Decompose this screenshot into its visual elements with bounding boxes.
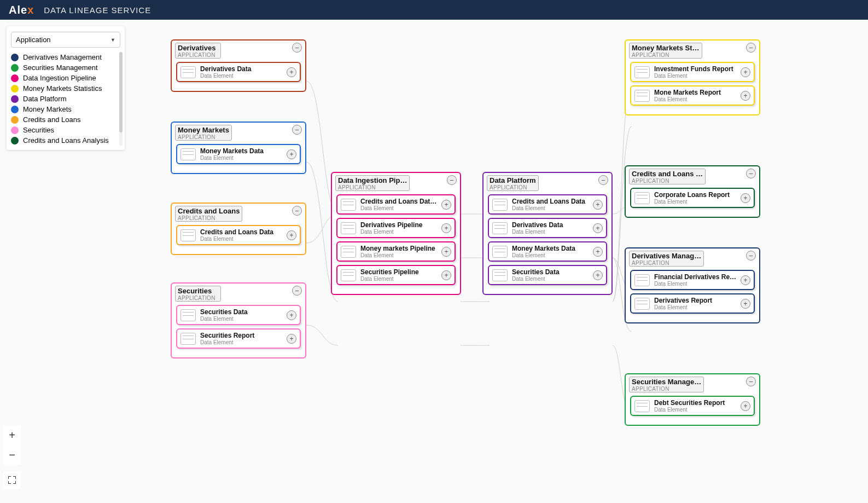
data-element-icon — [341, 222, 356, 234]
legend-item[interactable]: Credits and Loans — [11, 114, 120, 125]
data-element[interactable]: Derivatives DataData Element+ — [176, 62, 301, 82]
expand-button[interactable]: + — [287, 67, 296, 77]
expand-button[interactable]: + — [593, 200, 603, 210]
application-box[interactable]: SecuritiesAPPLICATION−Securities DataDat… — [171, 282, 306, 359]
application-box[interactable]: Data PlatformAPPLICATION−Credits and Loa… — [482, 172, 613, 295]
data-element-subtitle: Data Element — [654, 407, 738, 413]
lineage-canvas[interactable]: DerivativesAPPLICATION−Derivatives DataD… — [0, 20, 868, 503]
collapse-button[interactable]: − — [292, 286, 302, 296]
collapse-button[interactable]: − — [746, 251, 756, 261]
data-element-title: Credits and Loans Data — [200, 228, 284, 236]
data-element[interactable]: Securities DataData Element+ — [176, 305, 301, 325]
application-box[interactable]: Money MarketsAPPLICATION−Money Markets D… — [171, 122, 306, 174]
data-element[interactable]: Securities PipelineData Element+ — [336, 265, 456, 285]
collapse-button[interactable]: − — [746, 43, 756, 53]
application-box[interactable]: Credits and LoansAPPLICATION−Credits and… — [171, 203, 306, 255]
application-title-badge: Derivatives Manag…APPLICATION — [629, 251, 704, 267]
data-element-text: Securities DataData Element — [512, 268, 591, 282]
expand-button[interactable]: + — [287, 334, 296, 344]
collapse-button[interactable]: − — [746, 169, 756, 178]
collapse-button[interactable]: − — [598, 175, 608, 185]
expand-button[interactable]: + — [741, 401, 750, 411]
expand-button[interactable]: + — [741, 275, 750, 285]
data-element[interactable]: Mone Markets ReportData Element+ — [630, 85, 755, 106]
data-element[interactable]: Derivatives ReportData Element+ — [630, 293, 755, 314]
zoom-out-button[interactable]: − — [3, 445, 21, 465]
legend-item[interactable]: Data Ingestion Pipeline — [11, 73, 120, 83]
legend-select[interactable]: Application ▼ — [11, 32, 120, 48]
application-title: Data Ingestion Pip… — [338, 176, 407, 184]
collapse-button[interactable]: − — [292, 206, 302, 216]
zoom-in-button[interactable]: + — [3, 425, 21, 445]
application-title-badge: Data Ingestion Pip…APPLICATION — [335, 175, 410, 191]
application-header: SecuritiesAPPLICATION− — [175, 286, 302, 302]
chevron-down-icon: ▼ — [110, 37, 115, 43]
expand-button[interactable]: + — [441, 270, 451, 280]
collapse-button[interactable]: − — [292, 125, 302, 135]
data-element[interactable]: Corporate Loans ReportData Element+ — [630, 188, 755, 208]
legend-item[interactable]: Data Platform — [11, 94, 120, 104]
application-box[interactable]: Money Markets St…APPLICATION−Investment … — [625, 39, 760, 115]
collapse-button[interactable]: − — [746, 377, 756, 386]
data-element-text: Securities DataData Element — [200, 308, 284, 322]
expand-button[interactable]: + — [441, 200, 451, 210]
application-title: Money Markets — [178, 126, 229, 134]
data-element-icon — [341, 246, 356, 258]
data-element-text: Financial Derivatives ReportData Element — [654, 273, 738, 287]
application-title-badge: DerivativesAPPLICATION — [175, 43, 221, 59]
expand-button[interactable]: + — [593, 247, 603, 257]
legend-scrollbar[interactable] — [119, 52, 123, 146]
expand-button[interactable]: + — [741, 67, 750, 77]
expand-button[interactable]: + — [287, 310, 296, 320]
legend-item[interactable]: Money Markets — [11, 104, 120, 114]
expand-button[interactable]: + — [741, 299, 750, 309]
data-element[interactable]: Derivatives DataData Element+ — [488, 218, 607, 238]
application-box[interactable]: Credits and Loans …APPLICATION−Corporate… — [625, 165, 760, 218]
application-box[interactable]: Data Ingestion Pip…APPLICATION−Credits a… — [331, 172, 461, 295]
collapse-button[interactable]: − — [292, 43, 302, 53]
application-title-badge: Money MarketsAPPLICATION — [175, 125, 232, 141]
data-element-title: Debt Securities Report — [654, 399, 738, 407]
application-box[interactable]: Derivatives Manag…APPLICATION−Financial … — [625, 247, 760, 323]
application-box[interactable]: DerivativesAPPLICATION−Derivatives DataD… — [171, 39, 306, 92]
data-element-icon — [634, 192, 650, 204]
expand-button[interactable]: + — [287, 230, 296, 240]
data-element[interactable]: Investment Funds ReportData Element+ — [630, 62, 755, 82]
legend-item[interactable]: Securities — [11, 125, 120, 135]
data-element[interactable]: Money markets PipelineData Element+ — [336, 241, 456, 262]
collapse-button[interactable]: − — [447, 175, 457, 185]
expand-button[interactable]: + — [287, 149, 296, 159]
legend-item[interactable]: Credits and Loans Analysis — [11, 135, 120, 146]
expand-button[interactable]: + — [593, 270, 603, 280]
data-element[interactable]: Credits and Loans DataData Element+ — [176, 225, 301, 245]
legend-item[interactable]: Securities Management — [11, 62, 120, 73]
legend-item-label: Data Ingestion Pipeline — [23, 74, 96, 82]
expand-button[interactable]: + — [441, 247, 451, 257]
data-element-text: Credits and Loans DataData Element — [200, 228, 284, 242]
data-element[interactable]: Credits and Loans DataData Element+ — [488, 194, 607, 215]
expand-button[interactable]: + — [741, 91, 750, 101]
data-element[interactable]: Money Markets DataData Element+ — [176, 144, 301, 164]
legend-item[interactable]: Money Markets Statistics — [11, 83, 120, 94]
data-element[interactable]: Securities DataData Element+ — [488, 265, 607, 285]
fullscreen-button[interactable] — [3, 471, 21, 489]
data-element-text: Money markets PipelineData Element — [360, 245, 439, 258]
legend-item[interactable]: Derivatives Management — [11, 52, 120, 62]
data-element[interactable]: Derivatives PipelineData Element+ — [336, 218, 456, 238]
application-subtitle: APPLICATION — [632, 260, 701, 266]
data-element-text: Money Markets DataData Element — [512, 245, 591, 258]
data-element[interactable]: Credits and Loans Data PipelineData Elem… — [336, 194, 456, 215]
data-element-text: Mone Markets ReportData Element — [654, 89, 738, 102]
expand-button[interactable]: + — [741, 193, 750, 203]
data-element[interactable]: Debt Securities ReportData Element+ — [630, 396, 755, 416]
data-element-icon — [634, 90, 650, 102]
data-element[interactable]: Securities ReportData Element+ — [176, 328, 301, 349]
data-element[interactable]: Money Markets DataData Element+ — [488, 241, 607, 262]
legend-item-label: Derivatives Management — [23, 53, 102, 61]
application-box[interactable]: Securities Manage…APPLICATION−Debt Secur… — [625, 373, 760, 426]
legend-color-dot — [11, 106, 19, 113]
expand-button[interactable]: + — [441, 223, 451, 233]
legend-item-label: Credits and Loans — [23, 115, 81, 124]
data-element[interactable]: Financial Derivatives ReportData Element… — [630, 270, 755, 290]
expand-button[interactable]: + — [593, 223, 603, 233]
